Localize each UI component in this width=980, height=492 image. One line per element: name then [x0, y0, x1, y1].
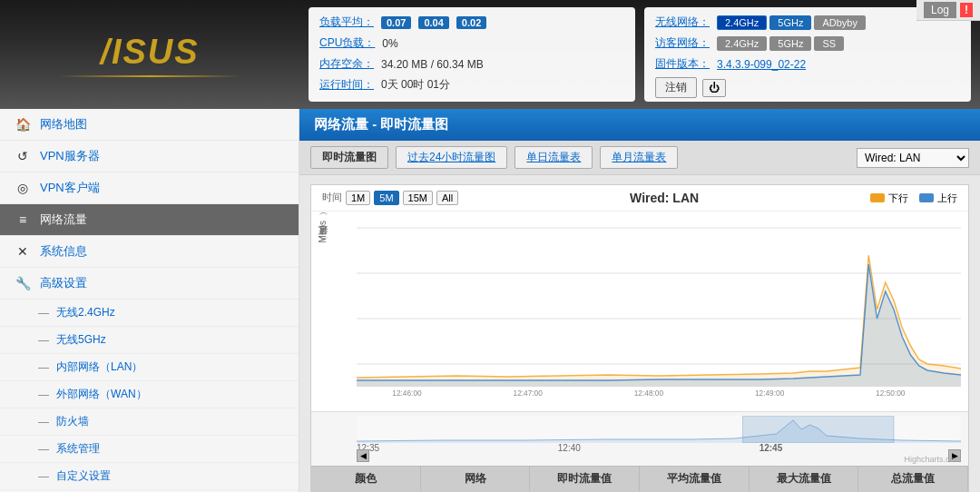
cpu-label[interactable]: CPU负载：: [319, 35, 375, 51]
time-controls: 时间 1M 5M 15M All: [322, 191, 458, 205]
sidebar-item-network-map[interactable]: 🏠 网络地图: [0, 109, 299, 141]
time-1m[interactable]: 1M: [346, 191, 370, 205]
sidebar-item-vpn-client[interactable]: ◎ VPN客户端: [0, 172, 299, 204]
dash-icon-wifi5: —: [38, 334, 49, 347]
scroll-left-arrow[interactable]: ◀: [357, 449, 369, 462]
memory-row: 内存空余： 34.20 MB / 60.34 MB: [319, 56, 624, 72]
table-col-realtime: 即时流量值: [530, 467, 640, 491]
nav-label-advanced: 高级设置: [40, 275, 87, 291]
content-area: 网络流量 - 即时流量图 即时流量图 过去24小时流量图 单日流量表 单月流量表…: [299, 109, 980, 492]
status-panel-left: 负载平均： 0.07 0.04 0.02 CPU负载： 0% 内存空余： 34.…: [309, 7, 635, 102]
legend-down: 下行: [870, 192, 908, 205]
sidebar-subitem-system-mgmt[interactable]: — 系统管理: [0, 436, 299, 463]
dash-icon-custom: —: [38, 470, 49, 483]
dash-icon-wifi24: —: [38, 307, 49, 320]
legend-down-label: 下行: [888, 192, 908, 205]
nav-label-vpn-server: VPN服务器: [40, 148, 100, 164]
chart-title: Wired: LAN: [467, 191, 861, 205]
nav-label-system-info: 系统信息: [40, 243, 87, 260]
legend-up: 上行: [919, 192, 957, 205]
sidebar: 🏠 网络地图 ↺ VPN服务器 ◎ VPN客户端 ≡ 网络流量 ✕ 系统信息 🔧…: [0, 109, 299, 492]
chart-container: 时间 1M 5M 15M All Wired: LAN 下行 上行: [310, 184, 969, 492]
cpu-row: CPU负载： 0%: [319, 35, 624, 51]
select-wrap: Wired: LAN Wireless: 2.4GHz Wireless: 5G…: [857, 148, 969, 168]
table-col-avg: 平均流量值: [640, 467, 750, 491]
system-info-icon: ✕: [15, 243, 31, 260]
wireless-adbyby-btn[interactable]: ADbyby: [814, 15, 866, 30]
sidebar-subitem-custom[interactable]: — 自定义设置: [0, 463, 299, 490]
memory-value: 34.20 MB / 60.34 MB: [381, 58, 484, 71]
legend-down-color: [870, 193, 885, 202]
table-col-network: 网络: [421, 467, 531, 491]
tab-monthly[interactable]: 单月流量表: [600, 146, 678, 169]
wireless-5ghz-btn[interactable]: 5GHz: [769, 15, 811, 30]
sidebar-item-advanced[interactable]: 🔧 高级设置: [0, 268, 299, 300]
table-col-total: 总流量值: [858, 467, 968, 491]
tab-bar: 即时流量图 过去24小时流量图 单日流量表 单月流量表 Wired: LAN W…: [299, 141, 980, 175]
power-button[interactable]: ⏻: [702, 79, 726, 97]
sidebar-item-vpn-server[interactable]: ↺ VPN服务器: [0, 141, 299, 172]
dash-icon-lan: —: [38, 361, 49, 374]
guest-buttons: 2.4GHz 5GHz SS: [717, 36, 844, 51]
log-button[interactable]: Log: [924, 2, 956, 18]
dash-icon-firewall: —: [38, 416, 49, 428]
tab-realtime[interactable]: 即时流量图: [310, 146, 388, 169]
nav-label-vpn-client: VPN客户端: [40, 180, 100, 196]
top-bar: Log !: [916, 0, 980, 21]
tab-24h[interactable]: 过去24小时流量图: [396, 146, 507, 169]
table-header: 颜色 网络 即时流量值 平均流量值 最大流量值 总流量值: [311, 466, 968, 491]
sidebar-item-network-traffic[interactable]: ≡ 网络流量: [0, 204, 299, 236]
cpu-value: 0%: [382, 37, 397, 50]
scroll-label-1245: 12:45: [760, 443, 783, 453]
logout-button[interactable]: 注销: [655, 77, 697, 98]
chart-scrollbar-area: 12:35 12:40 12:45 ◀ ▶ Highcharts.com: [311, 411, 968, 466]
time-5m[interactable]: 5M: [374, 191, 398, 205]
network-select[interactable]: Wired: LAN Wireless: 2.4GHz Wireless: 5G…: [857, 148, 969, 168]
scroll-label-1240: 12:40: [558, 443, 581, 453]
status-area: 负载平均： 0.07 0.04 0.02 CPU负载： 0% 内存空余： 34.…: [299, 0, 980, 109]
sidebar-subitem-wifi5[interactable]: — 无线5GHz: [0, 327, 299, 354]
asus-logo: /ISUS: [59, 33, 240, 72]
load-row: 负载平均： 0.07 0.04 0.02: [319, 15, 624, 30]
tab-daily[interactable]: 单日流量表: [514, 146, 593, 169]
sidebar-subitem-firewall[interactable]: — 防火墙: [0, 408, 299, 436]
guest-label: 访客网络：: [655, 35, 710, 51]
sidebar-item-system-info[interactable]: ✕ 系统信息: [0, 236, 299, 268]
sub-label-custom: 自定义设置: [56, 468, 111, 484]
svg-text:12:47:00: 12:47:00: [514, 389, 544, 398]
logo-underline: [59, 75, 240, 77]
time-15m[interactable]: 15M: [403, 191, 433, 205]
load-badge-1: 0.07: [381, 16, 411, 29]
table-col-color: 颜色: [311, 467, 421, 491]
svg-text:12:49:00: 12:49:00: [755, 389, 785, 398]
guest-24ghz-btn[interactable]: 2.4GHz: [717, 36, 767, 51]
sidebar-subitem-wifi24[interactable]: — 无线2.4GHz: [0, 300, 299, 327]
sub-label-lan: 内部网络（LAN）: [56, 359, 142, 375]
guest-ss-btn[interactable]: SS: [814, 36, 844, 51]
wireless-24ghz-btn[interactable]: 2.4GHz: [717, 15, 767, 30]
guest-row: 访客网络： 2.4GHz 5GHz SS: [655, 35, 960, 51]
load-badge-3: 0.02: [456, 16, 486, 29]
home-icon: 🏠: [15, 116, 31, 133]
nav-label-network-traffic: 网络流量: [40, 212, 87, 228]
wireless-buttons: 2.4GHz 5GHz ADbyby: [717, 15, 866, 30]
sub-label-wan: 外部网络（WAN）: [56, 387, 147, 402]
exclamation-badge: !: [960, 3, 973, 17]
chart-legend: 下行 上行: [870, 192, 957, 205]
chart-body: 流速（Mbps） 0.1 0.2 0.3 12:46:00 12:47:00 1…: [311, 212, 968, 411]
wireless-label: 无线网络：: [655, 15, 710, 30]
nav-label-network-map: 网络地图: [40, 116, 87, 133]
sidebar-subitem-wan[interactable]: — 外部网络（WAN）: [0, 381, 299, 408]
action-row: 注销 ⏻: [655, 77, 960, 98]
memory-label[interactable]: 内存空余：: [319, 56, 374, 72]
sub-label-firewall: 防火墙: [56, 414, 89, 429]
mini-chart-svg: [357, 416, 961, 443]
time-all[interactable]: All: [436, 191, 458, 205]
dash-icon-sysmgmt: —: [38, 443, 49, 456]
sidebar-subitem-lan[interactable]: — 内部网络（LAN）: [0, 354, 299, 381]
header: /ISUS 负载平均： 0.07 0.04 0.02 CPU负载： 0% 内存空…: [0, 0, 980, 109]
guest-5ghz-btn[interactable]: 5GHz: [769, 36, 811, 51]
sub-label-system-mgmt: 系统管理: [56, 441, 100, 457]
firmware-row: 固件版本： 3.4.3.9-099_02-22: [655, 56, 960, 72]
firmware-value[interactable]: 3.4.3.9-099_02-22: [717, 58, 806, 71]
